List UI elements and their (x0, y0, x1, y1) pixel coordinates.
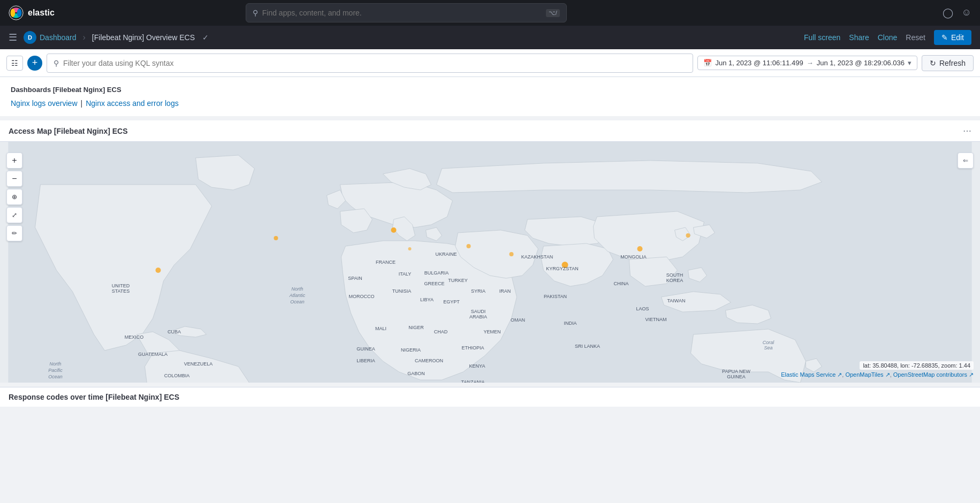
openstreetmap-link[interactable]: OpenStreetMap contributors ↗ (893, 371, 974, 378)
add-filter-button[interactable]: + (27, 56, 42, 71)
svg-text:PAKISTAN: PAKISTAN (544, 294, 567, 299)
kql-filter-input[interactable] (63, 59, 686, 67)
menu-toggle-button[interactable]: ☰ (9, 32, 17, 43)
elastic-logo[interactable]: elastic (9, 5, 55, 20)
svg-point-11 (637, 246, 643, 251)
svg-point-15 (510, 252, 514, 256)
svg-text:CHAD: CHAD (434, 329, 448, 334)
svg-text:PAPUA NEW: PAPUA NEW (722, 369, 750, 374)
svg-text:SPAIN: SPAIN (348, 276, 362, 281)
kql-filter-input-wrapper[interactable]: ⚲ (47, 54, 693, 73)
svg-text:EGYPT: EGYPT (443, 299, 460, 304)
svg-text:FRANCE: FRANCE (376, 260, 396, 265)
pencil-icon: ✎ (941, 33, 948, 42)
svg-text:TAIWAN: TAIWAN (667, 298, 686, 303)
panel-menu-button[interactable]: ⋯ (963, 126, 971, 136)
svg-text:UKRAINE: UKRAINE (435, 251, 457, 257)
filter-bar: ☷ + ⚲ 📅 Jun 1, 2023 @ 11:06:11.499 → Jun… (0, 49, 980, 77)
svg-text:LIBYA: LIBYA (420, 297, 434, 302)
svg-text:Ocean: Ocean (290, 299, 305, 304)
svg-text:LAOS: LAOS (636, 306, 649, 311)
dashboards-links: Nginx logs overview | Nginx access and e… (11, 99, 969, 108)
svg-text:CAMEROON: CAMEROON (415, 358, 443, 363)
breadcrumb-parent-link[interactable]: Dashboard (40, 33, 77, 42)
global-search-input[interactable] (262, 9, 542, 17)
map-coordinates: lat: 35.80488, lon: -72.68835, zoom: 1.4… (860, 361, 974, 370)
svg-text:ETHIOPIA: ETHIOPIA (461, 345, 484, 350)
refresh-button[interactable]: ↻ Refresh (922, 55, 974, 71)
breadcrumb-current: [Filebeat Nginx] Overview ECS (92, 33, 195, 42)
map-expand-button[interactable]: ⤢ (6, 207, 22, 223)
date-range-picker[interactable]: 📅 Jun 1, 2023 @ 11:06:11.499 → Jun 1, 20… (697, 56, 917, 70)
svg-point-8 (391, 227, 397, 233)
breadcrumb: D Dashboard › [Filebeat Nginx] Overview … (24, 31, 209, 44)
svg-text:GABON: GABON (407, 371, 425, 376)
date-range-arrow-icon: → (807, 59, 814, 67)
map-crosshair-button[interactable]: ⊕ (6, 189, 22, 205)
fullscreen-button[interactable]: Full screen (804, 33, 840, 42)
help-icon[interactable]: ◯ (943, 7, 953, 19)
global-search-bar[interactable]: ⚲ ⌥/ (246, 3, 567, 22)
svg-text:Ocean: Ocean (48, 374, 63, 379)
svg-text:SYRIA: SYRIA (471, 288, 485, 294)
breadcrumb-check-icon: ✓ (202, 33, 209, 42)
filter-options-button[interactable]: ☷ (6, 56, 23, 71)
nginx-access-error-link[interactable]: Nginx access and error logs (86, 99, 179, 108)
map-attribution: Elastic Maps Service ↗, OpenMapTiles ↗, … (781, 371, 974, 378)
map-draw-button[interactable]: ✏ (6, 225, 22, 241)
svg-text:GUATEMALA: GUATEMALA (138, 352, 168, 357)
date-from: Jun 1, 2023 @ 11:06:11.499 (715, 59, 803, 67)
svg-text:VIETNAM: VIETNAM (645, 317, 666, 322)
svg-text:MONGOLIA: MONGOLIA (620, 254, 647, 260)
calendar-icon: 📅 (703, 59, 712, 67)
svg-text:SOUTH: SOUTH (666, 272, 683, 278)
svg-point-3 (11, 9, 16, 17)
map-legend-toggle-button[interactable]: ⇐ (958, 153, 974, 169)
content-area: Dashboards [Filebeat Nginx] ECS Nginx lo… (0, 77, 980, 407)
map-zoom-out-button[interactable]: − (6, 171, 22, 187)
dashboards-section-title: Dashboards [Filebeat Nginx] ECS (11, 86, 969, 94)
map-container[interactable]: UNITED STATES MEXICO CUBA GUATEMALA VENE… (0, 142, 980, 383)
svg-text:KAZAKHSTAN: KAZAKHSTAN (521, 254, 553, 260)
svg-text:MEXICO: MEXICO (125, 334, 144, 340)
svg-text:North: North (291, 286, 303, 292)
edit-button[interactable]: ✎ Edit (934, 30, 971, 45)
svg-text:MALI: MALI (375, 326, 386, 331)
nginx-logs-overview-link[interactable]: Nginx logs overview (11, 99, 78, 108)
clone-button[interactable]: Clone (878, 33, 898, 42)
svg-text:TUNISIA: TUNISIA (392, 288, 412, 294)
access-map-section: Access Map [Filebeat Nginx] ECS ⋯ (0, 120, 980, 383)
openmaptiles-link[interactable]: OpenMapTiles ↗ (845, 371, 890, 378)
svg-text:Sea: Sea (764, 345, 772, 350)
elastic-maps-link[interactable]: Elastic Maps Service ↗ (781, 371, 842, 378)
app-name: elastic (28, 8, 55, 18)
user-icon[interactable]: ☺ (962, 7, 971, 19)
svg-text:COLOMBIA: COLOMBIA (164, 373, 190, 378)
map-zoom-in-button[interactable]: + (6, 153, 22, 169)
map-controls: + − ⊕ ⤢ ✏ (6, 153, 22, 241)
breadcrumb-bar: ☰ D Dashboard › [Filebeat Nginx] Overvie… (0, 26, 980, 49)
share-button[interactable]: Share (849, 33, 869, 42)
svg-text:North: North (49, 361, 61, 367)
svg-text:TURKEY: TURKEY (448, 278, 468, 283)
breadcrumb-separator: › (83, 33, 86, 42)
svg-point-14 (408, 247, 412, 250)
svg-text:ITALY: ITALY (399, 271, 412, 277)
svg-text:STATES: STATES (112, 288, 130, 294)
search-icon: ⚲ (253, 9, 258, 17)
svg-point-13 (156, 268, 161, 273)
link-separator: | (81, 99, 83, 108)
top-nav: elastic ⚲ ⌥/ ◯ ☺ (0, 0, 980, 26)
svg-point-7 (274, 236, 278, 240)
reset-button[interactable]: Reset (906, 33, 925, 42)
svg-text:GUINEA: GUINEA (356, 346, 375, 352)
svg-text:CHINA: CHINA (613, 281, 628, 286)
breadcrumb-actions: Full screen Share Clone Reset ✎ Edit (804, 30, 971, 45)
svg-text:INDIA: INDIA (564, 321, 576, 326)
breadcrumb-avatar: D (24, 31, 36, 44)
filter-icon: ☷ (11, 59, 18, 67)
search-shortcut: ⌥/ (546, 9, 560, 17)
svg-text:GREECE: GREECE (424, 281, 444, 286)
svg-text:NIGERIA: NIGERIA (401, 347, 421, 353)
chevron-down-icon: ▾ (908, 59, 911, 67)
